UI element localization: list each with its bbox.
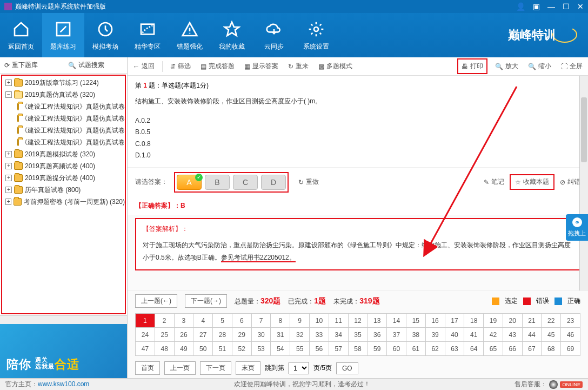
nav-settings[interactable]: 系统设置: [295, 13, 337, 57]
grid-cell[interactable]: 69: [561, 342, 580, 356]
grid-cell[interactable]: 62: [425, 342, 445, 356]
back-button[interactable]: ←返回: [131, 61, 157, 72]
tree-item[interactable]: +2019真题模拟试卷 (320): [2, 148, 125, 160]
tree-expand-icon[interactable]: +: [5, 199, 11, 205]
grid-cell[interactable]: 13: [368, 314, 387, 328]
search-button[interactable]: 🔍试题搜索: [64, 61, 128, 70]
nav-essence[interactable]: 精华专区: [126, 13, 169, 57]
grid-cell[interactable]: 57: [329, 342, 348, 356]
grid-cell[interactable]: 23: [561, 314, 580, 328]
ad-banner[interactable]: 陪你 遇关 选我最 合适: [0, 324, 127, 378]
tree-item[interactable]: 《建设工程法规知识》真题仿真试卷: [2, 136, 125, 148]
tree-item[interactable]: +历年真题试卷 (800): [2, 184, 125, 196]
grid-cell[interactable]: 21: [522, 314, 542, 328]
grid-cell[interactable]: 65: [484, 342, 503, 356]
grid-cell[interactable]: 54: [271, 342, 290, 356]
tree-item[interactable]: +考前押题密卷 (考前一周更新) (320): [2, 196, 125, 208]
favorite-button[interactable]: ☆收藏本题: [510, 174, 554, 190]
h-scrollbar[interactable]: [0, 315, 127, 324]
grid-cell[interactable]: 46: [561, 328, 580, 342]
grid-cell[interactable]: 1: [136, 314, 155, 328]
minimize-icon[interactable]: —: [547, 2, 555, 11]
page-select[interactable]: 1: [289, 362, 309, 374]
tree-expand-icon[interactable]: +: [5, 187, 12, 193]
grid-cell[interactable]: 26: [174, 328, 193, 342]
grid-cell[interactable]: 59: [368, 342, 387, 356]
grid-cell[interactable]: 28: [213, 328, 232, 342]
option-button-d[interactable]: D: [261, 175, 286, 190]
grid-cell[interactable]: 41: [464, 328, 484, 342]
nav-home[interactable]: 返回首页: [0, 13, 42, 57]
nav-mistakes[interactable]: 错题强化: [169, 13, 211, 57]
note-button[interactable]: ✎笔记: [484, 177, 504, 187]
option-button-b[interactable]: B: [205, 175, 230, 190]
grid-cell[interactable]: 24: [136, 328, 155, 342]
reset-button[interactable]: ↻重来: [286, 61, 311, 72]
grid-cell[interactable]: 51: [213, 342, 232, 356]
tree-expand-icon[interactable]: +: [5, 80, 12, 86]
restore-icon[interactable]: ▣: [533, 2, 540, 11]
grid-cell[interactable]: 34: [329, 328, 348, 342]
grid-cell[interactable]: 48: [155, 342, 174, 356]
go-button[interactable]: GO: [336, 362, 358, 374]
v-scrollbar[interactable]: [579, 76, 588, 290]
tree-view[interactable]: +2019新版章节练习 (1224)−2019真题仿真试卷 (320)《建设工程…: [1, 75, 126, 314]
tree-item[interactable]: −2019真题仿真试卷 (320): [2, 89, 125, 101]
grid-cell[interactable]: 14: [387, 314, 406, 328]
nav-exam[interactable]: 模拟考场: [84, 13, 126, 57]
tree-item[interactable]: 《建设工程法规知识》真题仿真试卷: [2, 101, 125, 113]
grid-cell[interactable]: 35: [348, 328, 368, 342]
grid-cell[interactable]: 64: [464, 342, 484, 356]
grid-cell[interactable]: 44: [522, 328, 542, 342]
grid-cell[interactable]: 50: [193, 342, 213, 356]
grid-cell[interactable]: 8: [271, 314, 290, 328]
grid-cell[interactable]: 33: [310, 328, 329, 342]
grid-cell[interactable]: 55: [290, 342, 310, 356]
next-question-button[interactable]: 下一题(→): [185, 294, 227, 308]
tree-item[interactable]: +2019真题提分试卷 (400): [2, 172, 125, 184]
grid-cell[interactable]: 32: [290, 328, 310, 342]
grid-cell[interactable]: 49: [174, 342, 193, 356]
prev-page-button[interactable]: 上一页: [164, 361, 196, 375]
grid-cell[interactable]: 39: [425, 328, 445, 342]
zoom-out-button[interactable]: 🔍缩小: [526, 61, 553, 72]
grid-cell[interactable]: 6: [232, 314, 251, 328]
grid-cell[interactable]: 47: [136, 342, 155, 356]
user-icon[interactable]: 👤: [516, 2, 525, 11]
grid-cell[interactable]: 11: [329, 314, 348, 328]
nav-favorites[interactable]: 我的收藏: [211, 13, 253, 57]
report-button[interactable]: ⊘纠错: [560, 177, 580, 187]
reload-button[interactable]: ⟳重下题库: [0, 61, 64, 70]
show-answer-button[interactable]: ▦显示答案: [242, 61, 280, 72]
grid-cell[interactable]: 60: [387, 342, 406, 356]
grid-cell[interactable]: 40: [445, 328, 464, 342]
grid-cell[interactable]: 68: [542, 342, 561, 356]
grid-cell[interactable]: 61: [406, 342, 425, 356]
tree-item[interactable]: 《建设工程法规知识》真题仿真试卷: [2, 124, 125, 136]
close-icon[interactable]: ✕: [577, 2, 584, 11]
grid-cell[interactable]: 10: [310, 314, 329, 328]
tree-expand-icon[interactable]: +: [5, 151, 12, 157]
tree-item[interactable]: 《建设工程法规知识》真题仿真试卷: [2, 113, 125, 124]
grid-cell[interactable]: 45: [542, 328, 561, 342]
grid-cell[interactable]: 56: [310, 342, 329, 356]
grid-cell[interactable]: 58: [348, 342, 368, 356]
grid-cell[interactable]: 63: [445, 342, 464, 356]
grid-cell[interactable]: 18: [464, 314, 484, 328]
tree-expand-icon[interactable]: +: [5, 163, 12, 169]
nav-practice[interactable]: 题库练习: [42, 13, 84, 57]
grid-cell[interactable]: 9: [290, 314, 310, 328]
next-page-button[interactable]: 下一页: [200, 361, 231, 375]
finish-button[interactable]: ▤完成答题: [198, 61, 237, 72]
grid-cell[interactable]: 36: [368, 328, 387, 342]
grid-cell[interactable]: 2: [155, 314, 174, 328]
grid-cell[interactable]: 17: [445, 314, 464, 328]
grid-cell[interactable]: 5: [213, 314, 232, 328]
side-toggle-handle[interactable]: ⚭ 拖拽上: [566, 214, 588, 241]
qq-icon[interactable]: [549, 380, 558, 389]
grid-cell[interactable]: 30: [251, 328, 271, 342]
grid-cell[interactable]: 53: [251, 342, 271, 356]
grid-cell[interactable]: 37: [387, 328, 406, 342]
grid-cell[interactable]: 38: [406, 328, 425, 342]
grid-cell[interactable]: 20: [503, 314, 522, 328]
